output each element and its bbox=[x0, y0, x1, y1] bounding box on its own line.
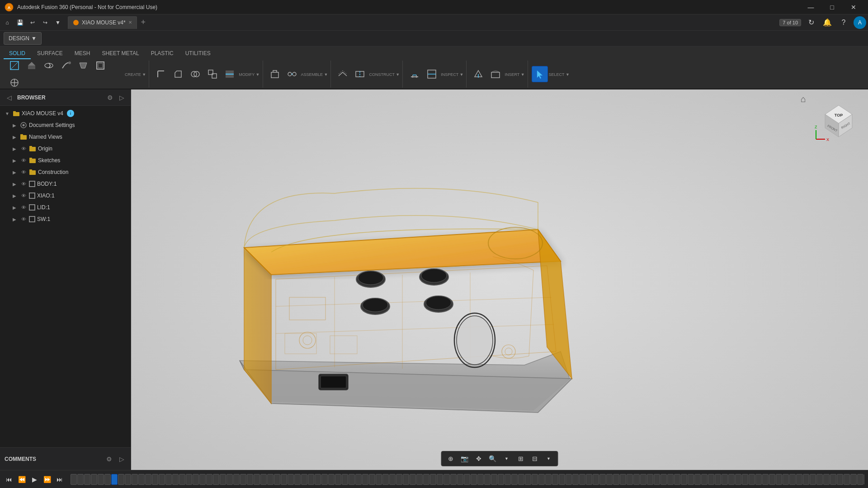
timeline-marker[interactable] bbox=[755, 474, 762, 485]
expand-icon-origin[interactable]: ▶ bbox=[11, 145, 18, 152]
section-analysis-btn[interactable] bbox=[424, 66, 440, 82]
design-button[interactable]: DESIGN ▼ bbox=[4, 32, 42, 45]
timeline-marker[interactable] bbox=[403, 474, 409, 485]
timeline-marker[interactable] bbox=[850, 474, 857, 485]
timeline-marker[interactable] bbox=[857, 474, 863, 485]
timeline-marker[interactable] bbox=[104, 474, 111, 485]
timeline-marker[interactable] bbox=[647, 474, 653, 485]
eye-icon-body1[interactable]: 👁 bbox=[20, 180, 27, 188]
timeline-marker[interactable] bbox=[566, 474, 572, 485]
offset-plane-btn[interactable] bbox=[335, 66, 351, 82]
sidebar-settings-btn[interactable]: ⚙ bbox=[105, 93, 114, 102]
timeline-marker[interactable] bbox=[165, 474, 172, 485]
timeline-marker[interactable] bbox=[125, 474, 131, 485]
timeline-marker[interactable] bbox=[240, 474, 246, 485]
timeline-marker[interactable] bbox=[660, 474, 667, 485]
split-btn[interactable] bbox=[222, 66, 238, 82]
tab-sheet-metal[interactable]: SHEET METAL bbox=[96, 48, 144, 59]
timeline-marker[interactable] bbox=[511, 474, 518, 485]
timeline-marker[interactable] bbox=[579, 474, 585, 485]
timeline-marker[interactable] bbox=[823, 474, 830, 485]
timeline-marker[interactable] bbox=[355, 474, 362, 485]
eye-icon-xiao1[interactable]: 👁 bbox=[20, 192, 27, 199]
minimize-button[interactable]: — bbox=[801, 1, 821, 14]
timeline-marker[interactable] bbox=[111, 474, 118, 485]
timeline-marker[interactable] bbox=[613, 474, 619, 485]
sync-button[interactable]: ↻ bbox=[805, 16, 817, 29]
browser-item-origin[interactable]: ▶ 👁 Origin bbox=[0, 143, 131, 155]
shell-btn[interactable] bbox=[92, 59, 108, 73]
timeline-marker[interactable] bbox=[620, 474, 626, 485]
timeline-marker[interactable] bbox=[593, 474, 599, 485]
timeline-marker[interactable] bbox=[179, 474, 185, 485]
more-btn[interactable]: ▼ bbox=[52, 17, 63, 28]
timeline-marker[interactable] bbox=[457, 474, 463, 485]
timeline-marker[interactable] bbox=[186, 474, 192, 485]
help-button[interactable]: ? bbox=[837, 16, 850, 29]
timeline-start-btn[interactable]: ⏮ bbox=[4, 474, 14, 485]
timeline-marker[interactable] bbox=[525, 474, 531, 485]
chamfer-btn[interactable] bbox=[170, 66, 186, 82]
snapshot-btn[interactable]: 📷 bbox=[458, 452, 471, 465]
fillet-btn[interactable] bbox=[153, 66, 169, 82]
expand-icon-root[interactable]: ▼ bbox=[4, 110, 11, 117]
browser-item-lid1[interactable]: ▶ 👁 LID:1 bbox=[0, 202, 131, 213]
timeline-marker[interactable] bbox=[552, 474, 558, 485]
timeline-marker[interactable] bbox=[247, 474, 253, 485]
timeline-marker[interactable] bbox=[735, 474, 741, 485]
insert-mesh-btn[interactable] bbox=[470, 66, 486, 82]
timeline-marker[interactable] bbox=[342, 474, 348, 485]
timeline-marker[interactable] bbox=[789, 474, 796, 485]
timeline-marker[interactable] bbox=[233, 474, 240, 485]
expand-icon-construction[interactable]: ▶ bbox=[11, 169, 18, 176]
grid-btn[interactable]: ⊟ bbox=[528, 452, 541, 465]
expand-icon-sw1[interactable]: ▶ bbox=[11, 216, 18, 223]
browser-item-construction[interactable]: ▶ 👁 Construction bbox=[0, 166, 131, 178]
measure-btn[interactable] bbox=[406, 66, 423, 82]
timeline-marker[interactable] bbox=[274, 474, 280, 485]
comments-settings-btn[interactable]: ⚙ bbox=[104, 455, 113, 464]
expand-icon-named-views[interactable]: ▶ bbox=[11, 133, 18, 141]
comments-panel[interactable]: COMMENTS ⚙ ▷ bbox=[0, 447, 131, 470]
timeline-marker[interactable] bbox=[382, 474, 389, 485]
timeline-marker[interactable] bbox=[762, 474, 769, 485]
timeline-marker[interactable] bbox=[389, 474, 396, 485]
tab-mesh[interactable]: MESH bbox=[69, 48, 96, 59]
timeline-marker[interactable] bbox=[349, 474, 355, 485]
timeline-marker[interactable] bbox=[443, 474, 450, 485]
browser-item-named-views[interactable]: ▶ Named Views bbox=[0, 131, 131, 143]
timeline-marker[interactable] bbox=[586, 474, 592, 485]
timeline-marker[interactable] bbox=[199, 474, 206, 485]
timeline-marker[interactable] bbox=[328, 474, 335, 485]
timeline-marker[interactable] bbox=[152, 474, 158, 485]
new-component-btn[interactable] bbox=[267, 66, 283, 82]
pan-btn[interactable]: ✥ bbox=[472, 452, 485, 465]
timeline-marker[interactable] bbox=[796, 474, 802, 485]
timeline-prev-btn[interactable]: ⏪ bbox=[16, 474, 27, 485]
timeline-marker[interactable] bbox=[640, 474, 646, 485]
viewport[interactable]: ⌂ TOP FRONT RIGHT X Z bbox=[131, 89, 868, 470]
timeline-marker[interactable] bbox=[545, 474, 552, 485]
timeline-marker[interactable] bbox=[844, 474, 850, 485]
timeline-marker[interactable] bbox=[816, 474, 823, 485]
expand-icon-lid1[interactable]: ▶ bbox=[11, 204, 18, 211]
timeline-marker[interactable] bbox=[667, 474, 674, 485]
timeline-marker[interactable] bbox=[437, 474, 443, 485]
view-cube[interactable]: TOP FRONT RIGHT X Z bbox=[814, 94, 863, 144]
timeline-marker[interactable] bbox=[477, 474, 484, 485]
timeline-marker[interactable] bbox=[484, 474, 491, 485]
move-btn[interactable] bbox=[6, 75, 23, 89]
timeline-marker[interactable] bbox=[145, 474, 151, 485]
timeline-marker[interactable] bbox=[769, 474, 775, 485]
eye-icon-sketches[interactable]: 👁 bbox=[20, 157, 27, 164]
timeline-marker[interactable] bbox=[722, 474, 728, 485]
timeline-marker[interactable] bbox=[376, 474, 382, 485]
grid-dropdown-btn[interactable]: ▼ bbox=[542, 452, 555, 465]
timeline-marker[interactable] bbox=[362, 474, 368, 485]
timeline-marker[interactable] bbox=[159, 474, 165, 485]
comments-expand-btn[interactable]: ▷ bbox=[117, 455, 126, 464]
timeline-marker[interactable] bbox=[864, 474, 864, 485]
timeline-marker[interactable] bbox=[193, 474, 199, 485]
timeline-marker[interactable] bbox=[260, 474, 267, 485]
browser-item-root[interactable]: ▼ XIAO MOUSE v4 i bbox=[0, 108, 131, 119]
